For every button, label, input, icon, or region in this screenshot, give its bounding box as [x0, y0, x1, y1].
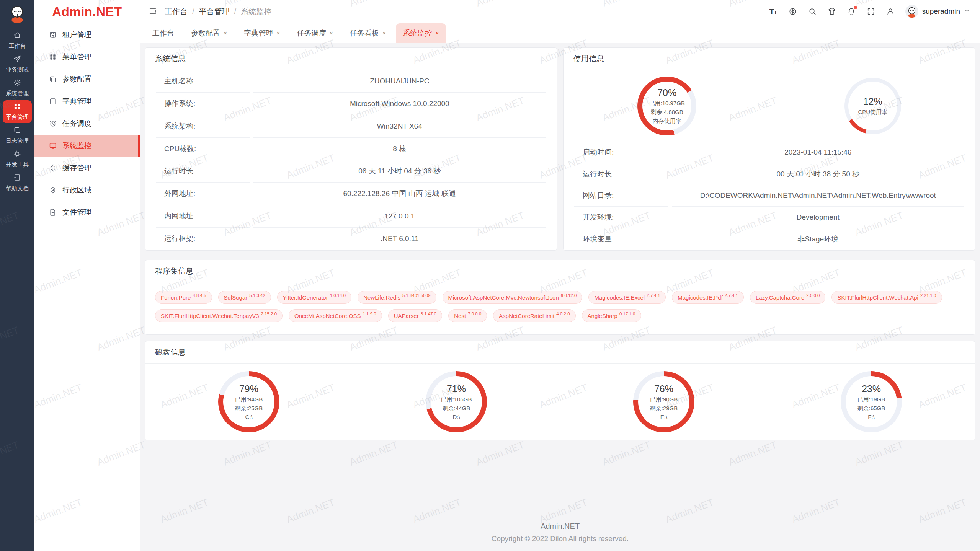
package-version: 2.7.4.1 — [725, 293, 738, 298]
disk-info-card: 磁盘信息 79%已用:94GB剩余:25GBC:\71%已用:105GB剩余:4… — [145, 341, 975, 440]
rail-item-2[interactable]: 系统管理 — [3, 77, 32, 99]
package-name: AngleSharp — [588, 313, 617, 319]
system-info-card: 系统信息 主机名称:ZUOHUAIJUN-PC操作系统:Microsoft Wi… — [145, 47, 557, 251]
info-label: 内网地址: — [156, 205, 250, 228]
book-icon — [13, 174, 21, 183]
rail-item-4[interactable]: 日志管理 — [3, 124, 32, 147]
info-row: 运行时长:00 天 01 小时 38 分 50 秒 — [564, 163, 975, 185]
user-menu[interactable]: superadmin — [905, 5, 970, 18]
sidebar-item-0[interactable]: 租户管理 — [34, 24, 140, 46]
spinner-icon — [49, 164, 57, 172]
tab-3[interactable]: 任务调度× — [290, 23, 340, 43]
package-badge: OnceMi.AspNetCore.OSS1.1.9.0 — [289, 309, 382, 322]
info-label: 主机名称: — [156, 70, 250, 93]
sidebar-item-1[interactable]: 菜单管理 — [34, 46, 140, 68]
rail-item-3[interactable]: 平台管理 — [3, 100, 32, 123]
search-icon[interactable] — [808, 7, 817, 16]
sidebar-item-3[interactable]: 字典管理 — [34, 90, 140, 112]
card-title-assembly: 程序集信息 — [145, 260, 975, 282]
app-mascot-logo[interactable] — [7, 4, 27, 24]
donut-label-line: F:\ — [868, 414, 875, 420]
rail-item-6[interactable]: 帮助文档 — [3, 171, 32, 194]
donut-label-line: C:\ — [245, 414, 252, 420]
font-size-icon[interactable]: TT — [769, 7, 778, 16]
breadcrumb-item-1[interactable]: 平台管理 — [199, 7, 230, 17]
gear-icon — [13, 79, 21, 88]
tab-1[interactable]: 参数配置× — [184, 23, 234, 43]
donut-label-line: 已用:90GB — [650, 396, 678, 403]
package-badge: AspNetCoreRateLimit4.0.2.0 — [493, 309, 575, 322]
package-badge: UAParser3.1.47.0 — [388, 309, 443, 322]
tab-close-icon[interactable]: × — [330, 30, 333, 37]
package-name: AspNetCoreRateLimit — [499, 313, 554, 319]
breadcrumb-item-2: 系统监控 — [241, 7, 271, 17]
card-title-usage: 使用信息 — [564, 48, 975, 70]
package-name: Magicodes.IE.Excel — [594, 294, 645, 301]
topbar: 工作台/平台管理/系统监控 TT superadmin — [140, 0, 980, 23]
sidebar-item-7[interactable]: 行政区域 — [34, 179, 140, 201]
copy-icon — [49, 75, 57, 83]
info-value: Microsoft Windows 10.0.22000 — [253, 93, 546, 115]
card-title-disk: 磁盘信息 — [145, 341, 975, 364]
sidebar-item-4[interactable]: 任务调度 — [34, 112, 140, 135]
sidebar-item-5[interactable]: 系统监控 — [34, 135, 140, 157]
topbar-right: TT superadmin — [769, 5, 970, 18]
sidebar-item-8[interactable]: 文件管理 — [34, 201, 140, 223]
tab-close-icon[interactable]: × — [435, 30, 439, 37]
info-row: CPU核数:8 核 — [145, 138, 557, 160]
donut-label-line: 已用:105GB — [441, 396, 472, 403]
package-version: 2.15.2.0 — [261, 311, 277, 316]
screen-size-icon[interactable] — [788, 7, 797, 16]
breadcrumb-item-0[interactable]: 工作台 — [165, 7, 188, 17]
info-label: CPU核数: — [156, 138, 250, 160]
package-version: 2.7.4.1 — [647, 293, 660, 298]
package-badge: Magicodes.IE.Excel2.7.4.1 — [588, 291, 666, 304]
tab-close-icon[interactable]: × — [382, 30, 386, 37]
package-name: Yitter.IdGenerator — [283, 294, 328, 301]
disk-f-donut: 23%已用:19GB剩余:65GBF:\ — [841, 371, 902, 432]
primary-rail: 工作台业务测试系统管理平台管理日志管理开发工具帮助文档 — [0, 0, 34, 551]
rail-item-5[interactable]: 开发工具 — [3, 148, 32, 171]
info-label: 系统架构: — [156, 115, 250, 138]
tab-label: 任务调度 — [297, 28, 326, 38]
fullscreen-icon[interactable] — [866, 7, 875, 16]
sidebar-item-label: 字典管理 — [62, 96, 91, 106]
rail-item-0[interactable]: 工作台 — [3, 29, 32, 52]
tab-4[interactable]: 任务看板× — [343, 23, 393, 43]
tab-close-icon[interactable]: × — [276, 30, 280, 37]
info-value: 00 天 01 小时 38 分 50 秒 — [672, 163, 964, 185]
disk-d-donut: 71%已用:105GB剩余:44GBD:\ — [426, 371, 487, 432]
donut-label-line: 剩余:65GB — [858, 405, 885, 412]
user-center-icon[interactable] — [886, 7, 895, 16]
package-version: 2.0.0.0 — [806, 293, 820, 298]
info-label: 启动时间: — [574, 142, 668, 163]
sidebar-item-label: 任务调度 — [62, 119, 91, 129]
theme-skin-icon[interactable] — [827, 7, 836, 16]
donut-label-line: CPU使用率 — [858, 109, 887, 116]
info-row: 环境变量:非Stage环境 — [564, 228, 975, 250]
app-logo-text: Admin.NET — [34, 0, 140, 24]
package-version: 3.1.47.0 — [421, 311, 437, 316]
tab-2[interactable]: 字典管理× — [237, 23, 287, 43]
info-row: 开发环境:Development — [564, 207, 975, 228]
donut-percent: 23% — [862, 383, 881, 395]
info-value: 60.222.128.26 中国 山西 运城 联通 — [253, 183, 546, 205]
rail-item-1[interactable]: 业务测试 — [3, 53, 32, 76]
sidebar-item-6[interactable]: 缓存管理 — [34, 157, 140, 179]
rail-item-label: 日志管理 — [6, 137, 29, 145]
info-value: 08 天 11 小时 04 分 38 秒 — [253, 160, 546, 183]
disk-e-donut: 76%已用:90GB剩余:29GBE:\ — [633, 371, 694, 432]
topbar-left: 工作台/平台管理/系统监控 — [149, 7, 271, 17]
notification-bell-icon[interactable] — [847, 7, 856, 16]
menu-collapse-icon[interactable] — [149, 7, 158, 16]
sidebar-item-label: 参数配置 — [62, 74, 91, 84]
package-badge: Yitter.IdGenerator1.0.14.0 — [277, 291, 351, 304]
info-value: 非Stage环境 — [672, 228, 964, 250]
tab-close-icon[interactable]: × — [224, 30, 227, 37]
package-badge: Lazy.Captcha.Core2.0.0.0 — [750, 291, 825, 304]
tab-0[interactable]: 工作台 — [145, 23, 181, 43]
package-name: Lazy.Captcha.Core — [756, 294, 804, 301]
tab-label: 系统监控 — [403, 28, 432, 38]
tab-5[interactable]: 系统监控× — [396, 23, 446, 43]
sidebar-item-2[interactable]: 参数配置 — [34, 68, 140, 90]
